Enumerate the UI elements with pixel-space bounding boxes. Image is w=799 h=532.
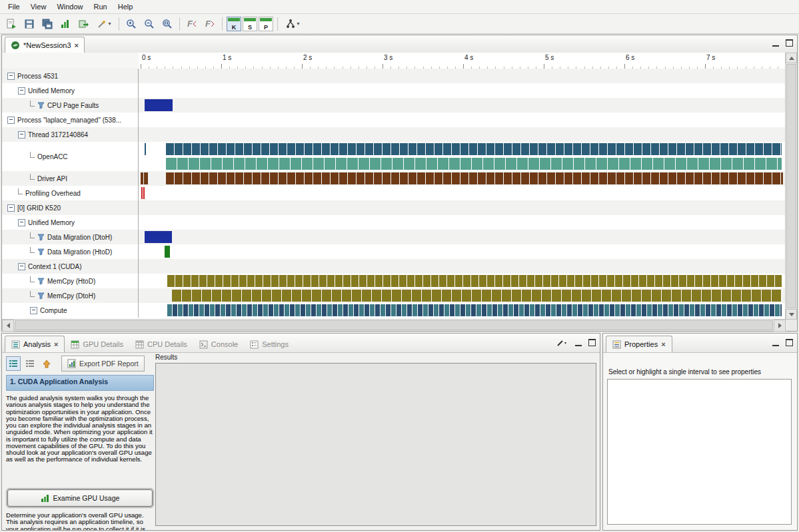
menu-window[interactable]: Window <box>51 1 88 12</box>
row-track[interactable] <box>139 171 786 186</box>
interval-bar[interactable] <box>166 158 782 170</box>
row-label-cell[interactable]: MemCpy (DtoH) <box>2 288 139 303</box>
interval-bar[interactable] <box>145 99 173 111</box>
row-label-cell[interactable]: [0] GRID K520 <box>2 200 139 215</box>
row-label-cell[interactable]: Unified Memory <box>2 83 139 98</box>
horizontal-scroll-thumb[interactable] <box>15 320 773 330</box>
segment-toggle-p[interactable]: P <box>259 17 273 31</box>
minimize-icon[interactable] <box>575 339 582 346</box>
row-track[interactable] <box>139 274 786 288</box>
unguided-analysis-button[interactable] <box>23 356 37 371</box>
show-chart-button[interactable] <box>57 15 74 33</box>
row-track[interactable] <box>139 69 786 83</box>
guided-analysis-button[interactable] <box>6 356 21 371</box>
close-icon[interactable]: × <box>54 340 58 348</box>
interval-bar[interactable] <box>143 187 145 199</box>
expander-minus-icon[interactable] <box>18 87 25 95</box>
interval-bar[interactable] <box>141 172 143 184</box>
expander-minus-icon[interactable] <box>30 307 37 314</box>
row-label-cell[interactable]: Context 1 (CUDA) <box>2 259 139 274</box>
interval-bar[interactable] <box>167 304 782 316</box>
menu-help[interactable]: Help <box>113 1 139 12</box>
row-track[interactable] <box>139 200 786 215</box>
settings-menu-button[interactable]: ▾ <box>93 15 115 33</box>
save-all-button[interactable] <box>39 15 56 33</box>
menu-run[interactable]: Run <box>89 1 113 12</box>
expander-minus-icon[interactable] <box>7 73 15 80</box>
session-tab[interactable]: *NewSession3 × <box>5 37 85 53</box>
scroll-up-button[interactable] <box>786 53 797 63</box>
row-label-cell[interactable]: Unified Memory <box>2 215 139 230</box>
row-label-cell[interactable]: Data Migration (HtoD) <box>2 244 139 259</box>
tab-settings[interactable]: Settings <box>244 336 295 352</box>
maximize-icon[interactable] <box>786 339 793 346</box>
zoom-out-button[interactable] <box>141 15 158 33</box>
new-session-button[interactable] <box>3 15 20 33</box>
row-label-cell[interactable]: Data Migration (DtoH) <box>2 230 139 244</box>
row-track[interactable] <box>139 113 786 127</box>
interval-bar[interactable] <box>166 143 782 155</box>
back-up-button[interactable] <box>39 356 54 371</box>
scroll-left-button[interactable] <box>2 320 14 332</box>
row-track[interactable] <box>139 83 786 98</box>
filter-icon[interactable] <box>37 234 45 241</box>
minimize-icon[interactable] <box>772 39 779 47</box>
expander-minus-icon[interactable] <box>18 131 25 138</box>
filter-icon[interactable] <box>37 102 45 109</box>
close-icon[interactable]: × <box>75 41 79 49</box>
filter-icon[interactable] <box>37 278 45 285</box>
row-track[interactable] <box>139 244 786 259</box>
tab-console[interactable]: Console <box>193 336 244 352</box>
interval-bar[interactable] <box>144 172 147 184</box>
close-icon[interactable]: × <box>661 340 665 348</box>
expander-minus-icon[interactable] <box>18 219 25 226</box>
tab-cpu-details[interactable]: CPU Details <box>129 336 193 352</box>
row-track[interactable] <box>139 259 786 274</box>
scroll-right-button[interactable] <box>774 320 786 332</box>
row-track[interactable] <box>139 288 786 303</box>
prev-marker-button[interactable]: F <box>183 15 201 33</box>
row-label-cell[interactable]: Thread 3172140864 <box>2 127 139 142</box>
row-track[interactable] <box>139 230 786 244</box>
row-track[interactable] <box>139 186 786 200</box>
tab-properties[interactable]: Properties × <box>606 336 672 352</box>
view-menu-icon[interactable] <box>556 339 568 347</box>
export-pdf-button[interactable]: Export PDF Report <box>61 356 145 372</box>
expander-minus-icon[interactable] <box>7 204 15 212</box>
interval-bar[interactable] <box>166 172 784 184</box>
interval-bar[interactable] <box>145 143 146 155</box>
scroll-down-button[interactable] <box>786 309 797 320</box>
tab-analysis[interactable]: Analysis× <box>5 336 65 352</box>
row-label-cell[interactable]: Process 4531 <box>2 69 139 83</box>
row-track[interactable] <box>139 127 786 142</box>
save-button[interactable] <box>21 15 38 33</box>
row-track[interactable] <box>139 142 786 171</box>
horizontal-scrollbar[interactable] <box>2 319 786 331</box>
interval-bar[interactable] <box>167 275 782 287</box>
row-label-cell[interactable]: Process "laplace_managed" (538... <box>2 113 139 127</box>
interval-bar[interactable] <box>172 290 782 302</box>
interval-bar[interactable] <box>165 246 169 258</box>
row-label-cell[interactable]: Compute <box>2 303 139 318</box>
interval-bar[interactable] <box>145 231 172 243</box>
row-track[interactable] <box>139 215 786 230</box>
maximize-icon[interactable] <box>588 339 596 346</box>
run-analysis-button[interactable]: ▾ <box>281 15 304 33</box>
interval-bar[interactable] <box>141 187 143 199</box>
row-label-cell[interactable]: Profiling Overhead <box>2 186 139 200</box>
tab-gpu-details[interactable]: GPU Details <box>65 336 129 352</box>
maximize-icon[interactable] <box>786 39 793 47</box>
zoom-fit-button[interactable] <box>159 15 176 33</box>
row-label-cell[interactable]: CPU Page Faults <box>2 98 139 113</box>
expander-minus-icon[interactable] <box>7 117 15 124</box>
timeline-ruler[interactable]: 0 s1 s2 s3 s4 s5 s6 s7 s8 <box>139 53 786 69</box>
segment-toggle-k[interactable]: K <box>227 17 241 31</box>
filter-icon[interactable] <box>37 292 45 300</box>
zoom-in-button[interactable] <box>123 15 140 33</box>
menu-file[interactable]: File <box>3 1 25 12</box>
examine-gpu-usage-button[interactable]: Examine GPU Usage <box>7 489 153 507</box>
segment-toggle-s[interactable]: S <box>243 17 257 31</box>
row-track[interactable] <box>139 303 786 318</box>
vertical-scrollbar[interactable] <box>785 53 797 320</box>
row-label-cell[interactable]: MemCpy (HtoD) <box>2 274 139 288</box>
